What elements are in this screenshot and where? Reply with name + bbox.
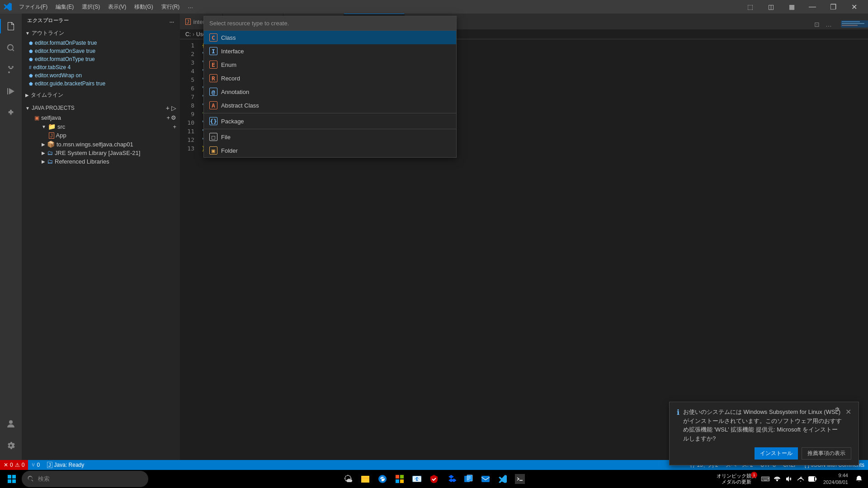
notification-recommend-btn[interactable]: 推薦事項の表示 — [802, 447, 851, 460]
menu-go[interactable]: 移動(G) — [131, 2, 156, 12]
menu-edit[interactable]: 編集(E) — [52, 2, 77, 12]
notification-gear[interactable] — [833, 406, 840, 414]
error-count: 0 — [10, 462, 13, 468]
window-btn-close[interactable]: ✕ — [844, 0, 864, 14]
dropdown-item-package[interactable]: {}Package — [204, 114, 456, 128]
taskbar-weather[interactable]: 🌤 — [340, 471, 356, 487]
dropdown-item-folder[interactable]: ▣Folder — [204, 144, 456, 157]
project-add-btn[interactable]: + — [166, 114, 170, 121]
project-selfjava[interactable]: ▣ selfjava + ⚙ — [22, 113, 180, 122]
split-editor-btn[interactable]: ⊡ — [812, 19, 822, 29]
notification-install-btn[interactable]: インストール — [755, 447, 798, 460]
activity-settings[interactable] — [0, 435, 22, 456]
minimap-svg — [841, 19, 868, 29]
clock-time: 9:44 — [823, 472, 848, 479]
taskbar-edge[interactable] — [374, 471, 391, 487]
java-file-icon: J — [49, 132, 54, 139]
taskbar-files[interactable] — [357, 471, 373, 487]
window-btn-layout3[interactable]: ▦ — [781, 0, 802, 14]
section-java-projects[interactable]: ▼ JAVA PROJECTS + ▷ — [22, 103, 180, 113]
dropdown-item-label: Interface — [221, 48, 244, 55]
src-chevron: ▼ — [42, 124, 46, 129]
window-btn-minimize[interactable]: — — [802, 0, 823, 14]
activity-search[interactable] — [0, 37, 22, 59]
more-tabs-btn[interactable]: … — [824, 19, 834, 29]
start-button[interactable] — [4, 471, 20, 487]
outline-item-2: ⬟ editor.formatOnSave true — [22, 47, 180, 55]
java-status-text: Java: Ready — [54, 462, 85, 468]
dropdown-item-record[interactable]: RRecord — [204, 71, 456, 85]
taskbar-notification-app: オリンピック競技 メダルの更新 1 — [715, 471, 758, 487]
taskbar-right: オリンピック競技 メダルの更新 1 ⌨ 9:44 2024/08/01 — [715, 471, 864, 487]
sidebar-title: エクスプローラー — [27, 17, 69, 24]
project-settings-btn[interactable]: ⚙ — [171, 114, 176, 121]
prop-icon-1: ⬟ — [29, 41, 33, 46]
java-run-btn[interactable]: ▷ — [171, 104, 176, 112]
bc-part-1[interactable]: C: — [185, 31, 191, 38]
tray-battery[interactable] — [807, 474, 818, 484]
section-timeline[interactable]: ▶ タイムライン — [22, 89, 180, 101]
dropdown-item-enum[interactable]: EEnum — [204, 58, 456, 71]
taskbar-outlook2[interactable] — [477, 471, 494, 487]
folder-src[interactable]: ▼ 📁 src + — [22, 122, 180, 131]
package-item[interactable]: ▶ 📦 to.msn.wings.selfjava.chap01 — [22, 140, 180, 149]
outline-item-4: # editor.tabSize 4 — [22, 63, 180, 71]
package-icon: 📦 — [47, 141, 55, 148]
window-btn-layout[interactable]: ⬚ — [740, 0, 760, 14]
jre-library[interactable]: ▶ 🗂 JRE System Library [JavaSE-21] — [22, 149, 180, 157]
activity-run[interactable] — [0, 80, 22, 102]
referenced-libraries[interactable]: ▶ 🗂 Referenced Libraries — [22, 157, 180, 166]
activity-git[interactable] — [0, 59, 22, 80]
window-btn-maximize[interactable]: ❐ — [823, 0, 844, 14]
taskbar-search-label: 検索 — [38, 475, 50, 483]
dropdown-search-input[interactable] — [204, 16, 456, 31]
jre-name: JRE System Library [JavaSE-21] — [55, 150, 140, 156]
dropdown-item-abstract-class[interactable]: AAbstract Class — [204, 99, 456, 112]
activity-explorer[interactable] — [0, 15, 22, 37]
java-add-btn[interactable]: + — [166, 104, 170, 112]
src-add-btn[interactable]: + — [173, 123, 176, 130]
prop-label-5: editor.wordWrap on — [35, 72, 82, 79]
taskbar-vscode[interactable] — [495, 471, 511, 487]
dropdown-item-class[interactable]: CClass — [204, 31, 456, 44]
tray-notifications[interactable] — [854, 474, 864, 484]
dropdown-item-annotation[interactable]: @Annotation — [204, 85, 456, 99]
activity-bar-bottom — [0, 413, 22, 460]
dropdown-items: CClassIInterfaceEEnumRRecord@AnnotationA… — [204, 31, 456, 157]
tray-network-2[interactable] — [795, 474, 806, 484]
taskbar-mailapp[interactable]: 📧 — [409, 471, 425, 487]
menu-more[interactable]: … — [184, 2, 197, 12]
svg-rect-7 — [842, 23, 864, 24]
activity-account[interactable] — [0, 413, 22, 435]
notification-close-btn[interactable]: ✕ — [845, 408, 851, 416]
taskbar-store[interactable] — [392, 471, 408, 487]
taskbar-clock[interactable]: 9:44 2024/08/01 — [820, 472, 852, 486]
file-app[interactable]: J App — [22, 131, 180, 140]
taskbar-terminal[interactable] — [512, 471, 528, 487]
tray-keyboard[interactable]: ⌨ — [760, 474, 771, 484]
notification-header: ℹ お使いのシステムには Windows Subsystem for Linux… — [677, 408, 851, 443]
menu-run[interactable]: 実行(R) — [158, 2, 184, 12]
dropdown-item-file[interactable]: □File — [204, 130, 456, 144]
status-java[interactable]: J Java: Ready — [43, 460, 88, 470]
tray-network[interactable] — [772, 474, 783, 484]
taskbar-dropbox[interactable] — [443, 471, 459, 487]
tray-sound[interactable] — [783, 474, 794, 484]
notification-text: お使いのシステムには Windows Subsystem for Linux (… — [683, 408, 842, 443]
dropdown-item-interface[interactable]: IInterface — [204, 44, 456, 58]
menu-file[interactable]: ファイル(F) — [15, 2, 51, 12]
sidebar-header: エクスプローラー … — [22, 14, 180, 28]
status-git[interactable]: ⑂ 0 — [28, 460, 43, 470]
vscode-logo — [4, 3, 12, 11]
taskbar-mcafee[interactable] — [426, 471, 442, 487]
section-outline[interactable]: ▼ アウトライン — [22, 28, 180, 39]
taskbar-outlook[interactable] — [460, 471, 476, 487]
status-error-count[interactable]: ✕ 0 ⚠ 0 — [0, 460, 28, 470]
menu-view[interactable]: 表示(V) — [104, 2, 130, 12]
taskbar-search-btn[interactable]: 検索 — [22, 471, 148, 487]
activity-extensions[interactable] — [0, 102, 22, 124]
window-btn-layout2[interactable]: ◫ — [760, 0, 781, 14]
menu-select[interactable]: 選択(S) — [78, 2, 104, 12]
sidebar-more-btn[interactable]: … — [170, 18, 175, 23]
svg-point-2 — [12, 66, 14, 68]
